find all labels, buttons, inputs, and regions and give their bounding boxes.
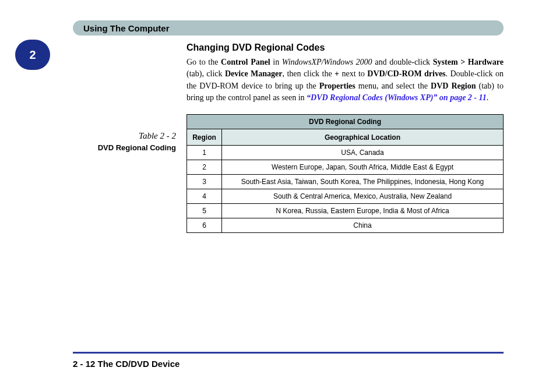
cross-reference-link[interactable]: “DVD Regional Codes (Windows XP)” on pag… (307, 93, 487, 102)
cell-location: South & Central America, Mexico, Austral… (222, 189, 504, 204)
table-row: 5 N Korea, Russia, Eastern Europe, India… (187, 204, 504, 218)
cell-region: 2 (187, 160, 222, 175)
section-paragraph: Go to the Control Panel in WindowsXP/Win… (186, 56, 504, 104)
para-text: , then click the (282, 69, 335, 78)
header-title: Using The Computer (83, 23, 170, 33)
para-bold: Control Panel (221, 58, 270, 66)
para-bold: DVD/CD-ROM drives (367, 69, 445, 78)
cell-region: 5 (187, 204, 222, 218)
cell-location: China (222, 218, 504, 233)
section-heading: Changing DVD Regional Codes (186, 43, 504, 53)
table-row: 3 South-East Asia, Taiwan, South Korea, … (187, 175, 504, 189)
dvd-region-table: DVD Regional Coding Region Geographical … (186, 114, 504, 233)
footer-text: 2 - 12 The CD/DVD Device (73, 359, 180, 369)
table-row: 1 USA, Canada (187, 146, 504, 160)
chapter-tab: 2 (15, 40, 50, 70)
para-text: (tab), click (186, 69, 225, 78)
table-top-header: DVD Regional Coding (187, 115, 504, 129)
cell-region: 6 (187, 218, 222, 233)
para-text: next to (339, 69, 367, 78)
para-text: and double-click (372, 58, 433, 66)
cell-location: Western Europe, Japan, South Africa, Mid… (222, 160, 504, 175)
cell-region: 3 (187, 175, 222, 189)
para-text: menu, and select the (356, 82, 431, 90)
cell-region: 4 (187, 189, 222, 204)
para-text: Go to the (186, 58, 221, 66)
para-text: in (270, 58, 282, 66)
footer-rule (73, 352, 504, 354)
table-caption-title: DVD Regional Coding (73, 143, 176, 152)
para-bold: + (335, 69, 339, 78)
cell-location: USA, Canada (222, 146, 504, 160)
header-bar: Using The Computer (73, 20, 504, 36)
cell-location: South-East Asia, Taiwan, South Korea, Th… (222, 175, 504, 189)
para-italic: WindowsXP/Windows 2000 (282, 58, 372, 66)
para-bold: Properties (319, 82, 356, 90)
table-row: 2 Western Europe, Japan, South Africa, M… (187, 160, 504, 175)
para-bold: DVD Region (431, 82, 476, 90)
table-row: 6 China (187, 218, 504, 233)
para-bold: Device Manager (225, 69, 283, 78)
table-row: 4 South & Central America, Mexico, Austr… (187, 189, 504, 204)
cell-location: N Korea, Russia, Eastern Europe, India &… (222, 204, 504, 218)
cell-region: 1 (187, 146, 222, 160)
col-header-location: Geographical Location (222, 129, 504, 146)
table-caption: Table 2 - 2 DVD Regional Coding (73, 43, 186, 233)
chapter-number: 2 (29, 48, 36, 62)
para-text: . (487, 93, 489, 102)
col-header-region: Region (187, 129, 222, 146)
para-bold: System > Hardware (433, 58, 504, 66)
table-number: Table 2 - 2 (73, 131, 176, 141)
